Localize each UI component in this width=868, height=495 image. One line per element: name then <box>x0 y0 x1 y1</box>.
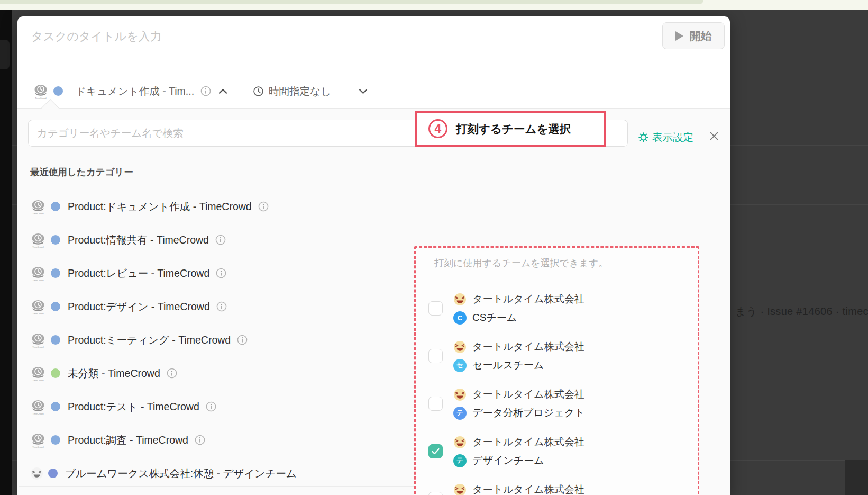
team-checkbox[interactable] <box>428 397 443 411</box>
step-annotation-label: 打刻するチームを選択 <box>456 121 571 137</box>
info-icon[interactable] <box>216 301 227 312</box>
company-line: タートルタイム株式会社 <box>453 435 584 449</box>
info-icon[interactable] <box>237 335 248 345</box>
display-settings-button[interactable]: 表示設定 <box>638 130 693 145</box>
company-line: タートルタイム株式会社 <box>453 340 584 354</box>
company-name: タートルタイム株式会社 <box>472 483 584 495</box>
category-color-dot <box>51 368 60 378</box>
info-icon[interactable] <box>216 268 226 278</box>
team-panel-note: 打刻に使用するチームを選択できます。 <box>434 257 608 269</box>
clock-icon <box>253 86 264 97</box>
svg-text:TimeCrowd: TimeCrowd <box>32 279 44 282</box>
company-line: タートルタイム株式会社 <box>453 388 585 401</box>
team-name: CSチーム <box>472 311 517 325</box>
category-label: ブルームワークス株式会社:休憩 - デザインチーム <box>65 466 297 481</box>
category-color-dot <box>51 302 60 311</box>
team-row[interactable]: タートルタイム株式会社 テ デザインチーム <box>428 435 682 467</box>
laughing-face-icon <box>453 436 467 449</box>
task-title-input[interactable] <box>30 25 369 48</box>
recent-category-item[interactable]: TimeCrowd Product:レビュー - TimeCrowd <box>30 263 400 284</box>
recent-category-list: TimeCrowd Product:ドキュメント作成 - TimeCrowd T… <box>30 196 400 495</box>
timecrowd-turtle-icon: TimeCrowd <box>33 83 49 100</box>
recent-category-item[interactable]: TimeCrowd Product:情報共有 - TimeCrowd <box>30 229 400 250</box>
step-annotation: 4 打刻するチームを選択 <box>415 111 606 147</box>
team-name: デザインチーム <box>472 454 544 467</box>
section-divider <box>17 161 414 161</box>
chevron-up-icon[interactable] <box>218 88 227 94</box>
info-icon[interactable] <box>206 401 216 412</box>
start-button[interactable]: 開始 <box>662 22 725 49</box>
team-avatar: C <box>453 311 467 325</box>
company-name: タートルタイム株式会社 <box>472 388 584 401</box>
display-settings-label: 表示設定 <box>652 130 693 145</box>
team-line: テ データ分析プロジェクト <box>453 406 585 420</box>
team-line: セ セールスチーム <box>453 358 584 372</box>
team-name: セールスチーム <box>472 358 544 372</box>
gear-icon <box>638 132 648 142</box>
team-row[interactable]: タートルタイム株式会社 テ データ分析プロジェクト <box>428 388 682 420</box>
recent-categories-heading: 最近使用したカテゴリー <box>30 166 133 178</box>
laughing-face-icon <box>453 388 467 401</box>
team-checkbox[interactable] <box>428 444 443 458</box>
category-label: 未分類 - TimeCrowd <box>68 366 160 381</box>
category-label: Product:ミーティング - TimeCrowd <box>68 333 231 347</box>
category-color-dot <box>53 86 63 96</box>
info-icon[interactable] <box>167 368 177 379</box>
laughing-face-icon <box>453 293 467 306</box>
browser-top-strip-inner <box>0 0 703 4</box>
category-label: Product:調査 - TimeCrowd <box>68 433 188 447</box>
recent-category-item[interactable]: TimeCrowd Product:デザイン - TimeCrowd <box>30 296 400 317</box>
svg-text:TimeCrowd: TimeCrowd <box>32 212 44 215</box>
info-icon[interactable] <box>200 86 211 96</box>
team-row[interactable]: タートルタイム株式会社 セ セールスチーム <box>428 340 682 372</box>
category-label: Product:テスト - TimeCrowd <box>68 400 199 414</box>
recent-category-item[interactable]: ブルームワークス株式会社:休憩 - デザインチーム <box>30 463 400 484</box>
laughing-face-icon <box>453 483 467 495</box>
category-app-icon: TimeCrowd <box>30 231 46 248</box>
team-line: テ デザインチーム <box>453 454 584 467</box>
company-line: タートルタイム株式会社 <box>453 292 584 306</box>
team-line: C CSチーム <box>453 311 584 325</box>
category-app-icon: TimeCrowd <box>30 198 46 215</box>
chevron-down-icon <box>359 88 368 94</box>
recent-category-item[interactable]: TimeCrowd Product:調査 - TimeCrowd <box>30 429 400 451</box>
category-app-icon: TimeCrowd <box>30 431 46 448</box>
svg-text:TimeCrowd: TimeCrowd <box>32 379 44 382</box>
recent-category-item[interactable]: TimeCrowd Product:ドキュメント作成 - TimeCrowd <box>30 196 400 217</box>
background-left-sidebar <box>0 10 12 495</box>
popover-caret <box>41 99 59 117</box>
browser-top-strip <box>0 0 868 10</box>
laughing-face-icon <box>453 340 467 354</box>
team-avatar: テ <box>453 407 467 420</box>
background-issue-text: まう · Issue #14606 · timec <box>735 304 868 319</box>
info-icon[interactable] <box>215 235 226 245</box>
category-label: Product:レビュー - TimeCrowd <box>68 266 209 281</box>
background-sidebar-item <box>0 40 10 69</box>
category-color-dot <box>51 335 60 345</box>
team-checkbox[interactable] <box>428 349 443 363</box>
team-checkbox[interactable] <box>428 301 443 316</box>
category-app-icon: TimeCrowd <box>30 298 46 315</box>
recent-category-item[interactable]: TimeCrowd Product:テスト - TimeCrowd <box>30 396 400 417</box>
team-row[interactable]: タートルタイム株式会社 C CSチーム <box>428 292 682 325</box>
team-row[interactable]: タートルタイム株式会社 マ マーケチーム <box>428 483 682 495</box>
category-label: Product:ドキュメント作成 - TimeCrowd <box>68 200 252 214</box>
category-color-dot <box>48 469 58 478</box>
svg-text:TimeCrowd: TimeCrowd <box>35 97 47 100</box>
recent-category-item[interactable]: TimeCrowd 未分類 - TimeCrowd <box>30 363 400 384</box>
team-avatar: セ <box>453 359 467 372</box>
company-line: タートルタイム株式会社 <box>453 483 584 495</box>
category-app-icon: TimeCrowd <box>30 265 46 282</box>
close-icon[interactable] <box>709 131 719 141</box>
team-checkbox[interactable] <box>428 492 443 495</box>
info-icon[interactable] <box>195 435 205 445</box>
info-icon[interactable] <box>258 201 269 212</box>
time-selector-label: 時間指定なし <box>269 84 331 98</box>
team-avatar: テ <box>453 454 467 467</box>
task-start-modal: 開始 TimeCrowd ドキュメント作成 - Tim... <box>17 16 730 495</box>
category-app-icon: TimeCrowd <box>30 398 46 415</box>
time-selector[interactable]: 時間指定なし <box>253 84 368 98</box>
category-selector-row: TimeCrowd ドキュメント作成 - Tim... 時間指定なし <box>33 80 368 102</box>
team-list: タートルタイム株式会社 C CSチーム タートルタイム株式会社 セ セールスチー… <box>428 292 682 495</box>
recent-category-item[interactable]: TimeCrowd Product:ミーティング - TimeCrowd <box>30 329 400 350</box>
